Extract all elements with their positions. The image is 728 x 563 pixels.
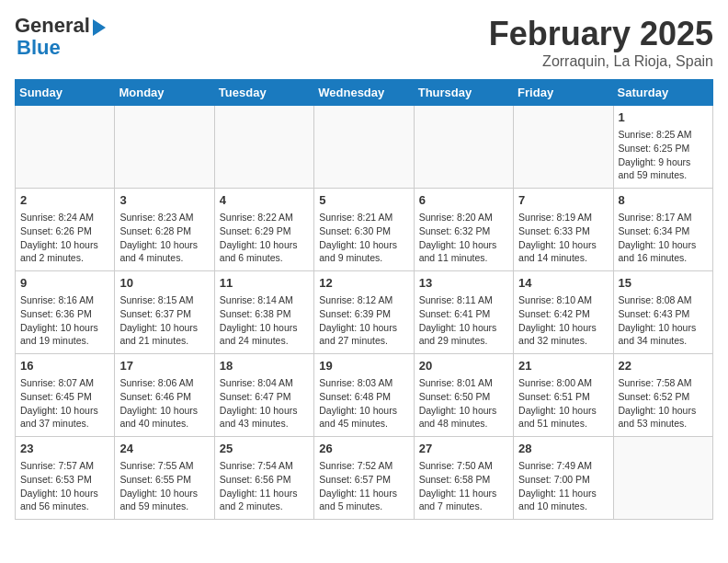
column-header-wednesday: Wednesday: [314, 80, 414, 106]
day-cell: 21Sunrise: 8:00 AMSunset: 6:51 PMDayligh…: [514, 354, 613, 437]
day-detail: Daylight: 10 hours and 24 minutes.: [220, 321, 309, 348]
day-detail: Daylight: 10 hours and 11 minutes.: [419, 238, 508, 265]
day-number: 19: [319, 358, 408, 374]
day-cell: 15Sunrise: 8:08 AMSunset: 6:43 PMDayligh…: [613, 271, 712, 354]
day-detail: Daylight: 10 hours and 6 minutes.: [220, 238, 309, 265]
location-subtitle: Zorraquin, La Rioja, Spain: [489, 53, 713, 70]
day-detail: Sunset: 6:34 PM: [619, 224, 708, 238]
day-cell: [514, 106, 613, 189]
day-detail: Daylight: 10 hours and 48 minutes.: [419, 404, 508, 431]
day-detail: Sunrise: 7:58 AM: [619, 376, 708, 390]
logo-arrow-icon: [93, 19, 106, 36]
day-number: 21: [518, 358, 608, 374]
day-number: 28: [518, 441, 608, 457]
day-number: 14: [518, 275, 608, 292]
day-detail: Sunrise: 8:24 AM: [20, 211, 109, 224]
day-detail: Sunset: 6:25 PM: [619, 142, 708, 155]
week-row-3: 9Sunrise: 8:16 AMSunset: 6:36 PMDaylight…: [16, 271, 713, 354]
day-detail: Sunrise: 8:22 AM: [220, 211, 309, 224]
day-detail: Sunset: 6:58 PM: [419, 473, 508, 487]
logo-text-blue: Blue: [17, 37, 61, 59]
day-detail: Daylight: 11 hours and 7 minutes.: [419, 487, 508, 513]
day-number: 13: [419, 275, 508, 292]
day-cell: 2Sunrise: 8:24 AMSunset: 6:26 PMDaylight…: [16, 189, 115, 271]
day-detail: Daylight: 10 hours and 59 minutes.: [119, 487, 209, 513]
day-detail: Sunrise: 8:14 AM: [220, 293, 309, 307]
column-header-thursday: Thursday: [414, 80, 513, 106]
day-cell: [115, 106, 214, 189]
day-cell: 8Sunrise: 8:17 AMSunset: 6:34 PMDaylight…: [613, 189, 712, 271]
column-header-saturday: Saturday: [613, 80, 712, 106]
day-detail: Sunset: 6:41 PM: [419, 307, 508, 321]
day-detail: Sunrise: 7:55 AM: [119, 459, 209, 473]
day-detail: Sunset: 6:55 PM: [119, 473, 209, 487]
day-detail: Sunrise: 8:20 AM: [419, 211, 508, 224]
day-number: 15: [619, 275, 708, 292]
day-detail: Sunset: 6:38 PM: [220, 307, 309, 321]
day-detail: Daylight: 10 hours and 56 minutes.: [20, 487, 109, 513]
day-detail: Daylight: 10 hours and 16 minutes.: [619, 238, 708, 265]
day-number: 2: [20, 192, 109, 209]
day-detail: Daylight: 10 hours and 43 minutes.: [220, 404, 309, 431]
day-cell: 22Sunrise: 7:58 AMSunset: 6:52 PMDayligh…: [613, 354, 712, 437]
day-detail: Sunset: 6:56 PM: [220, 473, 309, 487]
day-number: 17: [119, 358, 209, 374]
day-cell: 17Sunrise: 8:06 AMSunset: 6:46 PMDayligh…: [115, 354, 214, 437]
day-detail: Daylight: 10 hours and 37 minutes.: [20, 404, 109, 431]
day-detail: Sunset: 6:37 PM: [119, 307, 209, 321]
day-detail: Sunrise: 8:12 AM: [319, 293, 408, 307]
day-detail: Sunrise: 8:17 AM: [619, 211, 708, 224]
day-detail: Sunrise: 7:49 AM: [518, 459, 608, 473]
day-cell: 25Sunrise: 7:54 AMSunset: 6:56 PMDayligh…: [214, 437, 313, 520]
day-cell: 16Sunrise: 8:07 AMSunset: 6:45 PMDayligh…: [16, 354, 115, 437]
day-detail: Sunrise: 7:57 AM: [20, 459, 109, 473]
day-cell: 7Sunrise: 8:19 AMSunset: 6:33 PMDaylight…: [514, 189, 613, 271]
day-detail: Sunset: 7:00 PM: [518, 473, 608, 487]
day-number: 22: [619, 358, 708, 374]
day-detail: Sunset: 6:29 PM: [220, 224, 309, 238]
column-header-friday: Friday: [514, 80, 613, 106]
day-cell: 23Sunrise: 7:57 AMSunset: 6:53 PMDayligh…: [16, 437, 115, 520]
page-header: General Blue February 2025 Zorraquin, La…: [15, 15, 713, 70]
calendar-header-row: SundayMondayTuesdayWednesdayThursdayFrid…: [16, 80, 713, 106]
day-detail: Daylight: 10 hours and 14 minutes.: [518, 238, 608, 265]
week-row-1: 1Sunrise: 8:25 AMSunset: 6:25 PMDaylight…: [16, 106, 713, 189]
day-number: 11: [220, 275, 309, 292]
column-header-monday: Monday: [115, 80, 214, 106]
day-detail: Sunset: 6:28 PM: [119, 224, 209, 238]
day-detail: Daylight: 10 hours and 4 minutes.: [119, 238, 209, 265]
week-row-4: 16Sunrise: 8:07 AMSunset: 6:45 PMDayligh…: [16, 354, 713, 437]
day-cell: [214, 106, 313, 189]
day-detail: Sunrise: 7:52 AM: [319, 459, 408, 473]
day-detail: Sunrise: 8:07 AM: [20, 376, 109, 390]
day-detail: Sunset: 6:32 PM: [419, 224, 508, 238]
week-row-2: 2Sunrise: 8:24 AMSunset: 6:26 PMDaylight…: [16, 189, 713, 271]
day-cell: [314, 106, 414, 189]
day-number: 24: [119, 441, 209, 457]
day-detail: Sunrise: 8:10 AM: [518, 293, 608, 307]
day-detail: Sunrise: 8:01 AM: [419, 376, 508, 390]
day-number: 18: [220, 358, 309, 374]
day-detail: Daylight: 10 hours and 53 minutes.: [619, 404, 708, 431]
logo: General Blue: [15, 15, 106, 59]
day-detail: Sunrise: 8:15 AM: [119, 293, 209, 307]
day-detail: Sunset: 6:45 PM: [20, 390, 109, 404]
day-detail: Daylight: 11 hours and 2 minutes.: [220, 487, 309, 513]
day-detail: Sunset: 6:36 PM: [20, 307, 109, 321]
day-detail: Daylight: 10 hours and 29 minutes.: [419, 321, 508, 348]
day-cell: [613, 437, 712, 520]
logo-text-general: General: [15, 15, 90, 37]
day-cell: 18Sunrise: 8:04 AMSunset: 6:47 PMDayligh…: [214, 354, 313, 437]
day-detail: Sunrise: 8:00 AM: [518, 376, 608, 390]
day-detail: Sunset: 6:57 PM: [319, 473, 408, 487]
day-detail: Sunset: 6:33 PM: [518, 224, 608, 238]
day-detail: Sunrise: 8:19 AM: [518, 211, 608, 224]
day-detail: Daylight: 10 hours and 19 minutes.: [20, 321, 109, 348]
day-number: 27: [419, 441, 508, 457]
day-detail: Daylight: 11 hours and 10 minutes.: [518, 487, 608, 513]
day-number: 16: [20, 358, 109, 374]
day-cell: 24Sunrise: 7:55 AMSunset: 6:55 PMDayligh…: [115, 437, 214, 520]
day-detail: Sunset: 6:48 PM: [319, 390, 408, 404]
day-number: 26: [319, 441, 408, 457]
month-title: February 2025: [489, 15, 713, 53]
